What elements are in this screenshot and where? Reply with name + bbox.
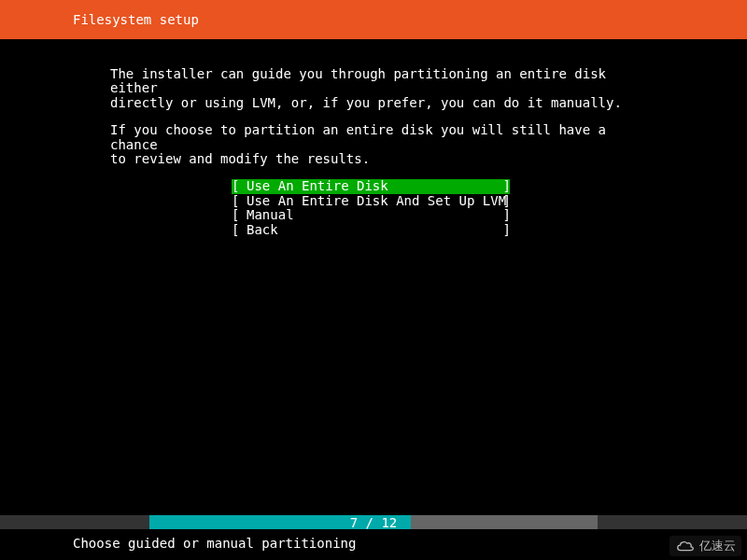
bracket-left: [: [232, 179, 247, 193]
progress-bar: 7 / 12: [0, 515, 747, 529]
option-use-entire-disk-lvm[interactable]: [ Use An Entire Disk And Set Up LVM ]: [232, 194, 510, 208]
bracket-left: [: [232, 208, 247, 222]
option-use-entire-disk[interactable]: [ Use An Entire Disk ]: [232, 179, 510, 193]
bracket-right: ]: [495, 223, 510, 237]
option-label: Manual: [247, 208, 495, 222]
bracket-right: ]: [495, 194, 510, 208]
watermark-text: 亿速云: [699, 538, 736, 554]
option-label: Use An Entire Disk: [247, 179, 495, 193]
bracket-left: [: [232, 194, 247, 208]
header-bar: Filesystem setup: [0, 0, 747, 39]
option-manual[interactable]: [ Manual ]: [232, 208, 510, 222]
page-title: Filesystem setup: [73, 12, 199, 27]
footer-hint: Choose guided or manual partitioning: [73, 536, 356, 551]
option-label: Use An Entire Disk And Set Up LVM: [247, 194, 495, 208]
content-area: The installer can guide you through part…: [0, 39, 747, 237]
description-paragraph-2: If you choose to partition an entire dis…: [110, 123, 654, 166]
option-label: Back: [247, 223, 495, 237]
progress-text: 7 / 12: [0, 515, 747, 530]
option-back[interactable]: [ Back ]: [232, 223, 510, 237]
description-paragraph-1: The installer can guide you through part…: [110, 67, 654, 110]
cloud-icon: [675, 539, 696, 553]
options-menu: [ Use An Entire Disk ] [ Use An Entire D…: [232, 179, 510, 237]
bracket-right: ]: [495, 179, 510, 193]
watermark: 亿速云: [669, 536, 741, 556]
bracket-right: ]: [495, 208, 510, 222]
bracket-left: [: [232, 223, 247, 237]
